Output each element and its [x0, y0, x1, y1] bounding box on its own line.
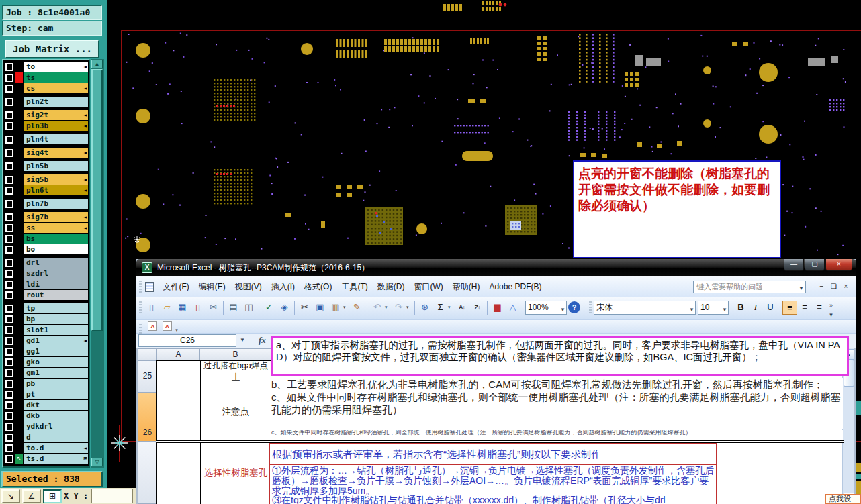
layer-color-swatch[interactable]	[15, 290, 23, 300]
layer-color-swatch[interactable]	[15, 443, 23, 453]
layer-label[interactable]: cs◄	[24, 83, 88, 93]
job-matrix-button[interactable]: Job Matrix ...	[5, 40, 99, 58]
menu-2[interactable]: 编辑(E)	[194, 276, 230, 297]
layer-color-swatch[interactable]	[15, 314, 23, 324]
layer-checkbox[interactable]	[5, 326, 13, 334]
help-search-input[interactable]: 键入需要帮助的问题 ▼	[693, 281, 806, 293]
layer-row-sig7b[interactable]: sig7b◄	[5, 212, 88, 222]
layer-row-tp[interactable]: tp	[5, 303, 88, 313]
convert-to-pdf-email-icon[interactable]: A	[163, 321, 172, 331]
layer-label[interactable]: gko	[24, 357, 88, 367]
layer-label[interactable]: tp	[24, 303, 88, 313]
maximize-button[interactable]: ▢	[805, 259, 825, 271]
menu-4[interactable]: 插入(I)	[267, 276, 300, 297]
menu-10[interactable]: Adobe PDF(B)	[484, 276, 546, 297]
layer-color-swatch[interactable]	[15, 97, 23, 107]
autosum-icon[interactable]: Σ	[433, 301, 447, 315]
layer-label[interactable]: pln7b	[24, 199, 88, 209]
layer-checkbox[interactable]	[5, 380, 13, 388]
measure-angle-icon[interactable]: ∠	[22, 489, 41, 503]
column-header-a[interactable]: A	[156, 348, 200, 361]
layer-checkbox[interactable]	[5, 444, 13, 452]
layer-checkbox[interactable]	[5, 187, 13, 195]
cell-c26-text-bc[interactable]: b、工艺要求阻焊塞孔优化为非导电树脂塞孔的，CAM可按我司阻焊塞孔常规做法先删除…	[271, 378, 843, 429]
layer-row-pb[interactable]: pb	[5, 379, 88, 389]
scroll-up-icon[interactable]: ▲	[91, 60, 103, 68]
layer-checkbox[interactable]	[5, 270, 13, 278]
cell-c27-title[interactable]: 根据预审指示或者评审单，若指示含有“选择性树脂塞孔”则按以下要求制作	[269, 443, 717, 465]
zoom-select[interactable]: 100%▼	[525, 301, 567, 315]
close-button[interactable]: ×	[825, 259, 852, 271]
layer-color-swatch[interactable]	[15, 134, 23, 144]
cell-b27[interactable]: 选择性树脂塞孔	[200, 441, 271, 504]
save-icon[interactable]: ▦	[175, 301, 189, 315]
layer-label[interactable]: pln2t	[24, 97, 88, 107]
layer-row-gm1[interactable]: gm1	[5, 368, 88, 378]
layer-color-swatch[interactable]	[15, 346, 23, 356]
layer-row-to[interactable]: to◄	[5, 62, 88, 72]
workbook-restore-button[interactable]: ❏	[829, 282, 839, 292]
layer-color-swatch[interactable]	[15, 83, 23, 93]
layer-checkbox[interactable]	[5, 122, 13, 130]
layer-row-gd1[interactable]: gd1◄	[5, 336, 88, 346]
layer-label[interactable]: pln3b◄	[24, 121, 88, 131]
layer-color-swatch[interactable]	[15, 268, 23, 279]
print-preview-icon[interactable]: ◫	[242, 301, 256, 315]
layer-color-swatch[interactable]	[15, 234, 23, 244]
layer-color-swatch[interactable]	[15, 244, 23, 254]
cell-a25[interactable]	[156, 360, 201, 383]
layer-label[interactable]: ss◄	[24, 223, 88, 233]
layer-row-cs[interactable]: cs◄	[5, 83, 88, 93]
layer-color-swatch[interactable]	[15, 357, 23, 367]
menu-7[interactable]: 数据(D)	[373, 276, 410, 297]
workbook-close-button[interactable]: ×	[841, 282, 851, 292]
layer-checkbox[interactable]	[5, 63, 13, 71]
toolbar-options-icon[interactable]: »▾	[827, 301, 835, 319]
copy-icon[interactable]: ▣	[313, 301, 327, 315]
layer-color-swatch[interactable]	[15, 432, 23, 442]
cut-icon[interactable]: ✂	[298, 301, 312, 315]
print-icon[interactable]: ▤	[226, 301, 240, 315]
layer-checkbox[interactable]	[5, 176, 13, 184]
layer-color-swatch[interactable]	[15, 72, 23, 83]
layer-checkbox[interactable]	[5, 434, 13, 442]
chevron-down-icon[interactable]: ▼	[799, 283, 804, 294]
layer-checkbox[interactable]	[5, 74, 13, 82]
layer-label[interactable]: bs	[24, 234, 88, 244]
workbook-minimize-button[interactable]: −	[817, 282, 827, 292]
sort-ascending-icon[interactable]: A↓	[455, 301, 469, 315]
layer-label[interactable]: ydkdrl	[24, 421, 88, 432]
spelling-icon[interactable]: ✓	[262, 301, 276, 315]
layer-label[interactable]: szdrl	[24, 268, 88, 279]
layer-checkbox[interactable]	[5, 401, 13, 409]
italic-button[interactable]: I	[748, 301, 763, 315]
paste-icon[interactable]: ▥	[328, 301, 343, 315]
layer-row-rout[interactable]: rout	[5, 290, 88, 300]
layer-label[interactable]: pln6t◄	[24, 185, 88, 195]
layer-checkbox[interactable]	[5, 305, 13, 313]
cell-c26-compressed-row[interactable]: c、如果文件中同时存在树脂塞孔和绿油塞孔，则全部统一使用树脂塞孔处理（注：所塞的…	[271, 430, 843, 440]
layer-row-sig2t[interactable]: sig2t◄	[5, 110, 88, 120]
menu-3[interactable]: 视图(V)	[230, 276, 267, 297]
layer-color-swatch[interactable]	[15, 62, 23, 72]
menu-8[interactable]: 窗口(W)	[409, 276, 447, 297]
layer-checkbox[interactable]	[5, 200, 13, 208]
layer-row-ldi[interactable]: ldi	[5, 279, 88, 289]
layer-color-swatch[interactable]	[15, 368, 23, 378]
layer-label[interactable]: bp	[24, 314, 88, 324]
layer-label[interactable]: ldi	[24, 279, 88, 289]
layer-color-swatch[interactable]	[15, 212, 23, 222]
xy-input[interactable]	[91, 489, 133, 503]
layer-row-pln5b[interactable]: pln5b	[5, 161, 88, 171]
layer-checkbox[interactable]	[5, 358, 13, 366]
layer-color-swatch[interactable]	[15, 148, 23, 158]
chevron-down-icon[interactable]: ▾	[385, 297, 391, 317]
layer-label[interactable]: pln4t	[24, 134, 88, 144]
layer-row-ts.d[interactable]: ↖ts.d⊞	[5, 454, 88, 464]
align-center-button[interactable]: ≡	[797, 301, 812, 315]
layer-checkbox[interactable]	[5, 224, 13, 232]
cell-c26-edit-highlight[interactable]: a、对于预审指示树脂塞孔的过孔，需按树脂塞孔制作，包括两面开窗的过孔。同时，客户…	[271, 336, 849, 376]
toolbar-grip[interactable]	[139, 301, 142, 313]
email-icon[interactable]: ✉	[206, 301, 220, 315]
chevron-down-icon[interactable]: ▼	[237, 334, 248, 347]
